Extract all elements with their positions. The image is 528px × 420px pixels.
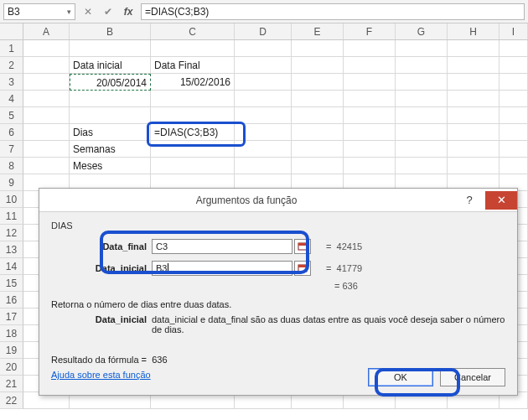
cell[interactable] bbox=[500, 124, 528, 141]
cell[interactable] bbox=[235, 40, 292, 57]
cell[interactable] bbox=[448, 141, 500, 158]
cell[interactable] bbox=[344, 40, 396, 57]
cell[interactable] bbox=[292, 124, 344, 141]
row-header[interactable]: 10 bbox=[0, 191, 23, 208]
column-header[interactable]: A bbox=[23, 23, 70, 39]
cell[interactable] bbox=[151, 141, 235, 158]
column-header[interactable]: D bbox=[235, 23, 292, 39]
cell[interactable] bbox=[23, 124, 70, 141]
cell[interactable]: Meses bbox=[70, 158, 151, 174]
cell[interactable]: Semanas bbox=[70, 141, 151, 158]
cell[interactable]: Data inicial bbox=[70, 57, 151, 74]
cell[interactable] bbox=[396, 74, 448, 91]
cell[interactable] bbox=[344, 158, 396, 174]
close-icon[interactable]: ✕ bbox=[485, 191, 517, 210]
cell[interactable]: Data Final bbox=[151, 57, 235, 74]
cancel-button[interactable]: Cancelar bbox=[440, 368, 505, 386]
row-header[interactable]: 20 bbox=[0, 359, 23, 376]
cell[interactable] bbox=[448, 74, 500, 91]
cell[interactable] bbox=[23, 141, 70, 158]
help-link[interactable]: Ajuda sobre esta função bbox=[51, 370, 151, 380]
cell[interactable] bbox=[23, 107, 70, 124]
cell[interactable] bbox=[500, 107, 528, 124]
row-header[interactable]: 14 bbox=[0, 258, 23, 275]
row-header[interactable]: 18 bbox=[0, 325, 23, 342]
cell[interactable] bbox=[344, 74, 396, 91]
row-header[interactable]: 4 bbox=[0, 91, 23, 107]
row-header[interactable]: 7 bbox=[0, 141, 23, 158]
formula-bar-input[interactable]: =DIAS(C3;B3) bbox=[141, 3, 525, 20]
row-header[interactable]: 15 bbox=[0, 275, 23, 292]
row-header[interactable]: 21 bbox=[0, 376, 23, 392]
row-header[interactable]: 17 bbox=[0, 309, 23, 325]
cell[interactable] bbox=[235, 124, 292, 141]
cell[interactable] bbox=[23, 91, 70, 107]
cancel-icon[interactable]: ✕ bbox=[80, 6, 96, 18]
cell[interactable] bbox=[396, 141, 448, 158]
range-picker-icon[interactable] bbox=[294, 239, 311, 254]
cell[interactable] bbox=[344, 91, 396, 107]
arg-input-data-final[interactable]: C3 bbox=[152, 239, 292, 254]
cell[interactable] bbox=[448, 40, 500, 57]
cell[interactable] bbox=[396, 107, 448, 124]
cell[interactable] bbox=[70, 107, 151, 124]
cell[interactable] bbox=[448, 57, 500, 74]
help-icon[interactable]: ? bbox=[453, 191, 485, 210]
row-header[interactable]: 6 bbox=[0, 124, 23, 141]
arg-input-data-inicial[interactable]: B3​ bbox=[152, 261, 292, 276]
column-header[interactable]: H bbox=[448, 23, 500, 39]
range-picker-icon[interactable] bbox=[294, 261, 311, 276]
column-header[interactable]: I bbox=[500, 23, 528, 39]
cell[interactable]: 20/05/2014 bbox=[70, 74, 151, 91]
cell[interactable] bbox=[235, 141, 292, 158]
cell[interactable] bbox=[500, 57, 528, 74]
row-header[interactable]: 2 bbox=[0, 57, 23, 74]
cell[interactable] bbox=[396, 158, 448, 174]
cell[interactable] bbox=[448, 107, 500, 124]
cell[interactable] bbox=[448, 158, 500, 174]
cell[interactable] bbox=[151, 91, 235, 107]
column-header[interactable]: C bbox=[151, 23, 235, 39]
cell[interactable] bbox=[448, 91, 500, 107]
cell[interactable] bbox=[23, 57, 70, 74]
cell[interactable] bbox=[151, 107, 235, 124]
row-header[interactable]: 8 bbox=[0, 158, 23, 174]
cell[interactable] bbox=[396, 91, 448, 107]
column-header[interactable]: E bbox=[292, 23, 344, 39]
cell[interactable] bbox=[235, 107, 292, 124]
cell[interactable] bbox=[292, 91, 344, 107]
cell[interactable] bbox=[500, 141, 528, 158]
chevron-down-icon[interactable]: ▾ bbox=[67, 4, 71, 19]
cell[interactable] bbox=[70, 40, 151, 57]
cell[interactable] bbox=[235, 158, 292, 174]
column-header[interactable]: F bbox=[344, 23, 396, 39]
row-header[interactable]: 19 bbox=[0, 342, 23, 359]
column-header[interactable]: B bbox=[70, 23, 151, 39]
cell[interactable] bbox=[500, 91, 528, 107]
select-all-corner[interactable] bbox=[0, 23, 23, 39]
cell[interactable] bbox=[292, 107, 344, 124]
ok-button[interactable]: OK bbox=[368, 368, 433, 386]
cell[interactable] bbox=[396, 124, 448, 141]
row-header[interactable]: 3 bbox=[0, 74, 23, 91]
cell[interactable] bbox=[23, 74, 70, 91]
cell[interactable]: Dias bbox=[70, 124, 151, 141]
cell[interactable] bbox=[235, 57, 292, 74]
cell[interactable] bbox=[344, 107, 396, 124]
row-header[interactable]: 11 bbox=[0, 208, 23, 225]
cell[interactable] bbox=[500, 74, 528, 91]
cell[interactable]: =DIAS(C3;B3) bbox=[151, 124, 235, 141]
dialog-titlebar[interactable]: Argumentos da função ? ✕ bbox=[39, 189, 517, 212]
cell[interactable] bbox=[70, 91, 151, 107]
cell[interactable] bbox=[344, 124, 396, 141]
cell[interactable] bbox=[292, 158, 344, 174]
cell[interactable] bbox=[396, 40, 448, 57]
cell[interactable] bbox=[151, 40, 235, 57]
cell[interactable] bbox=[23, 158, 70, 174]
cell[interactable] bbox=[396, 57, 448, 74]
cell[interactable] bbox=[344, 141, 396, 158]
cell[interactable] bbox=[235, 74, 292, 91]
cell[interactable] bbox=[235, 91, 292, 107]
row-header[interactable]: 22 bbox=[0, 392, 23, 409]
cell[interactable] bbox=[344, 57, 396, 74]
